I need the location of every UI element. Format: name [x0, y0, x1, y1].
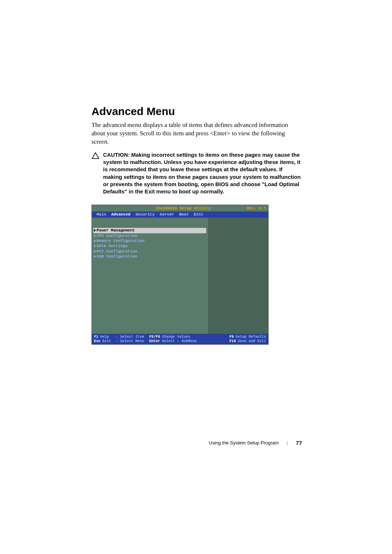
hint-select-item: ↑↓ Select Item	[114, 335, 144, 339]
key-f10: F10	[229, 339, 236, 343]
footer-text: Using the System Setup Program	[209, 440, 279, 446]
caution-icon	[91, 152, 99, 161]
page-footer: Using the System Setup Program | 77	[209, 440, 302, 446]
tab-server[interactable]: Server	[157, 212, 177, 217]
footer-separator: |	[287, 440, 288, 446]
hint-exit: Esc Exit	[94, 339, 111, 343]
bios-title: InsydeH2O Setup Utility	[119, 206, 247, 210]
action-save-exit: Save and Exit	[238, 339, 266, 343]
caution-note: CAUTION: Making incorrect settings to it…	[91, 151, 302, 196]
chevron-right-icon	[94, 250, 96, 253]
footer-row-1: F1 Help ↑↓ Select Item F5/F6 Change Valu…	[94, 335, 266, 339]
intro-paragraph: The advanced menu displays a table of it…	[91, 121, 302, 146]
key-f1: F1	[94, 335, 98, 339]
caution-body: Making incorrect settings to items on th…	[103, 152, 301, 194]
tab-boot[interactable]: Boot	[177, 212, 191, 217]
menu-label: Power Management	[97, 228, 135, 233]
page-number: 77	[296, 440, 302, 446]
bios-screenshot: InsydeH2O Setup Utility Rev. 3.7 Main Ad…	[91, 205, 269, 345]
tab-exit[interactable]: Exit	[191, 212, 206, 217]
hint-select-menu: ↔ Select Menu	[116, 339, 144, 343]
menu-label: USB Configuration	[97, 254, 137, 259]
hint-select-submenu: Enter Select ▸ SubMenu	[149, 339, 197, 343]
chevron-right-icon	[94, 255, 96, 258]
tab-advanced[interactable]: Advanced	[109, 212, 133, 217]
bios-footer: F1 Help ↑↓ Select Item F5/F6 Change Valu…	[92, 334, 268, 344]
key-esc: Esc	[94, 339, 101, 343]
action-select-item: Select Item	[120, 335, 144, 339]
action-select-submenu: Select ▸ SubMenu	[162, 339, 197, 343]
bios-revision: Rev. 3.7	[247, 206, 266, 210]
key-enter: Enter	[149, 339, 160, 343]
hint-save-exit: F10 Save and Exit	[229, 339, 266, 343]
menu-label: SATA Settings	[97, 243, 128, 249]
chevron-right-icon	[94, 234, 96, 237]
tab-security[interactable]: Security	[133, 212, 157, 217]
tab-main[interactable]: Main	[94, 212, 109, 217]
menu-usb-configuration[interactable]: USB Configuration	[93, 254, 206, 259]
key-f9: F9	[229, 335, 234, 339]
bios-info-pane	[208, 218, 268, 334]
menu-cpu-configuration[interactable]: CPU Configuration	[93, 233, 206, 238]
menu-label: Memory Configuration	[97, 238, 144, 243]
bios-header-bar: InsydeH2O Setup Utility Rev. 3.7	[92, 205, 268, 212]
menu-pci-configuration[interactable]: PCI Configuration	[93, 249, 206, 254]
footer-row-2: Esc Exit ↔ Select Menu Enter Select ▸ Su…	[94, 339, 266, 343]
chevron-right-icon	[94, 239, 96, 242]
chevron-right-icon	[94, 229, 96, 232]
bios-menu-pane: Power Management CPU Configuration Memor…	[92, 218, 208, 334]
menu-sata-settings[interactable]: SATA Settings	[93, 243, 206, 249]
hint-change-values: F5/F6 Change Values	[149, 335, 190, 339]
arrow-left-right-icon: ↔	[116, 339, 118, 343]
key-f5f6: F5/F6	[149, 335, 160, 339]
hint-help: F1 Help	[94, 335, 109, 339]
action-select-menu: Select Menu	[120, 339, 144, 343]
caution-text: CAUTION: Making incorrect settings to it…	[103, 151, 302, 196]
hint-setup-defaults: F9 Setup Defaults	[229, 335, 266, 339]
menu-memory-configuration[interactable]: Memory Configuration	[93, 238, 206, 243]
action-change-values: Change Values	[162, 335, 190, 339]
menu-power-management[interactable]: Power Management	[93, 228, 206, 233]
menu-label: PCI Configuration	[97, 249, 137, 254]
section-heading: Advanced Menu	[91, 105, 302, 118]
arrow-up-down-icon: ↑↓	[114, 335, 118, 339]
action-exit: Exit	[102, 339, 111, 343]
action-setup-defaults: Setup Defaults	[236, 335, 266, 339]
action-help: Help	[100, 335, 109, 339]
bios-body: Power Management CPU Configuration Memor…	[92, 218, 268, 334]
chevron-right-icon	[94, 245, 96, 247]
caution-label: CAUTION:	[103, 152, 131, 158]
bios-tab-bar: Main Advanced Security Server Boot Exit	[92, 212, 268, 218]
menu-label: CPU Configuration	[97, 233, 137, 238]
